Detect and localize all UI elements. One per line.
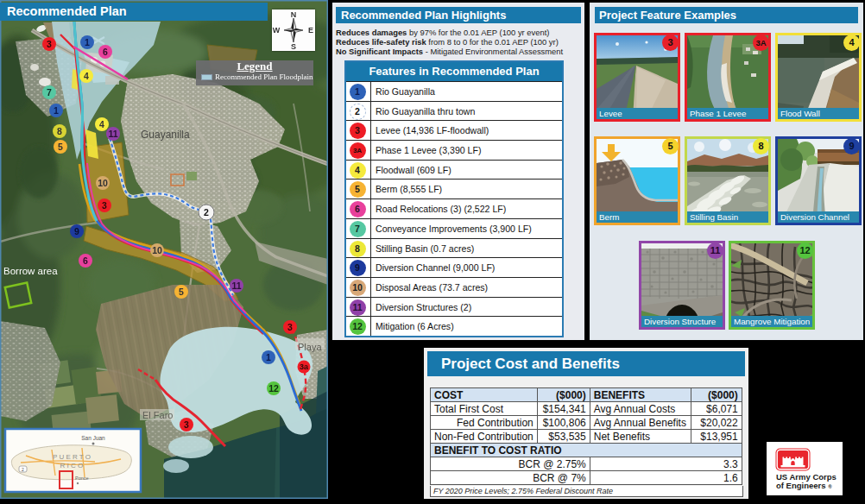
svg-text:2: 2: [204, 207, 209, 217]
svg-text:S: S: [291, 42, 296, 51]
svg-text:12: 12: [268, 383, 279, 394]
svg-text:11: 11: [108, 129, 117, 139]
svg-text:1: 1: [54, 105, 59, 116]
svg-text:6: 6: [103, 47, 108, 57]
svg-text:1: 1: [266, 352, 271, 362]
svg-text:El Faro: El Faro: [142, 410, 173, 420]
svg-text:4: 4: [84, 71, 89, 81]
svg-text:3: 3: [102, 200, 107, 211]
svg-text:E: E: [308, 26, 313, 35]
svg-text:RICO: RICO: [60, 462, 85, 469]
svg-text:W: W: [273, 26, 281, 35]
svg-text:6: 6: [83, 255, 88, 266]
svg-text:3: 3: [287, 322, 293, 332]
svg-text:Borrow area: Borrow area: [3, 266, 58, 276]
svg-text:Playa: Playa: [298, 342, 322, 352]
svg-text:5: 5: [179, 287, 184, 297]
svg-text:9: 9: [74, 226, 79, 236]
svg-text:11: 11: [231, 280, 241, 291]
svg-text:N: N: [291, 10, 297, 19]
svg-text:7: 7: [47, 87, 52, 98]
svg-text:3: 3: [184, 419, 189, 430]
svg-text:2: 2: [22, 467, 24, 472]
svg-text:8: 8: [57, 126, 62, 136]
svg-text:Guayanilla: Guayanilla: [141, 129, 190, 141]
svg-text:10: 10: [152, 245, 162, 255]
svg-text:1: 1: [85, 37, 90, 47]
svg-text:10: 10: [98, 178, 108, 188]
svg-text:3a: 3a: [300, 362, 309, 371]
svg-text:5: 5: [58, 142, 63, 152]
svg-text:PUERTO: PUERTO: [53, 453, 92, 461]
svg-text:4: 4: [99, 119, 104, 129]
svg-text:San Juan: San Juan: [81, 435, 105, 441]
svg-text:Ponce: Ponce: [75, 476, 89, 481]
svg-text:3: 3: [47, 39, 52, 49]
